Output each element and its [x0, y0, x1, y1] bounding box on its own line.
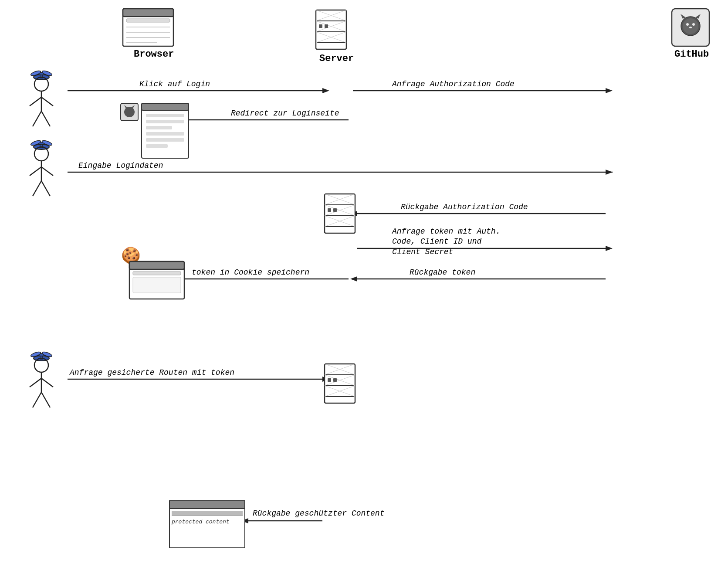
user-figure-2 [17, 137, 65, 209]
svg-rect-108 [325, 364, 355, 403]
svg-rect-89 [146, 132, 184, 136]
svg-line-67 [33, 181, 41, 196]
label-redirect: Redirect zur Loginseite [231, 109, 339, 118]
label-anfrage-auth-code: Anfrage Authorization Code [392, 80, 515, 88]
label-anfrage-routen: Anfrage gesicherte Routen mit token [70, 368, 234, 377]
server-label: Server [319, 53, 354, 64]
github-login-mockup [120, 102, 190, 159]
browser-with-cookie [129, 261, 185, 302]
svg-line-55 [41, 97, 53, 106]
svg-point-43 [683, 18, 698, 34]
label-token-cookie: token in Cookie speichern [192, 268, 309, 277]
server-icon-bottom [322, 362, 357, 407]
svg-line-65 [30, 167, 41, 176]
svg-rect-37 [319, 24, 322, 28]
user-figure-1 [17, 68, 65, 139]
svg-marker-13 [350, 276, 357, 282]
svg-line-57 [41, 111, 50, 126]
svg-line-66 [41, 167, 53, 176]
svg-marker-7 [606, 170, 613, 175]
svg-line-54 [30, 97, 41, 106]
diagram: Browser Server [0, 0, 728, 567]
label-rueckgabe-token-gh: Rückgabe token [410, 268, 475, 277]
svg-rect-92 [325, 194, 355, 233]
label-anfrage-token: Anfrage token mit Auth. Code, Client ID … [392, 227, 514, 257]
svg-rect-118 [328, 378, 331, 382]
svg-rect-38 [325, 24, 328, 28]
svg-rect-22 [126, 19, 170, 22]
svg-rect-91 [146, 144, 168, 148]
svg-point-45 [692, 23, 695, 26]
user-figure-3 [17, 349, 65, 421]
browser-label: Browser [134, 49, 174, 60]
svg-rect-27 [316, 10, 346, 49]
svg-rect-102 [328, 208, 331, 212]
svg-rect-21 [123, 9, 173, 17]
svg-line-76 [30, 378, 41, 387]
label-rueckgabe-content: Rückgabe geschützter Content [253, 509, 384, 518]
svg-rect-103 [333, 208, 337, 212]
server-icon-mid [322, 192, 357, 238]
svg-rect-107 [133, 277, 181, 293]
svg-rect-86 [146, 114, 184, 117]
label-eingabe: Eingabe Logindaten [78, 161, 163, 170]
label-rueckgabe-auth-code: Rückgabe Authorization Code [401, 203, 528, 211]
server-icon-top [314, 8, 349, 54]
svg-rect-84 [142, 103, 189, 158]
github-icon-top [671, 8, 710, 49]
svg-line-78 [33, 392, 41, 407]
svg-point-46 [689, 27, 692, 28]
label-klick-login: Klick auf Login [139, 80, 210, 88]
svg-rect-87 [146, 120, 184, 123]
svg-line-56 [33, 111, 41, 126]
browser-icon-top [122, 8, 174, 49]
protected-content-label: protected content [172, 519, 243, 525]
svg-rect-119 [333, 378, 337, 382]
svg-rect-106 [133, 272, 181, 275]
svg-point-44 [686, 23, 689, 26]
svg-rect-90 [146, 138, 184, 142]
github-label: GitHub [674, 49, 709, 60]
svg-marker-11 [606, 246, 613, 251]
svg-marker-3 [606, 88, 613, 93]
svg-line-79 [41, 392, 50, 407]
svg-line-77 [41, 378, 53, 387]
svg-marker-1 [322, 88, 329, 93]
svg-rect-88 [146, 126, 172, 129]
protected-content-box: protected content [169, 500, 245, 548]
sequence-arrows [0, 0, 728, 567]
svg-rect-85 [142, 103, 189, 110]
svg-line-68 [41, 181, 50, 196]
svg-point-81 [124, 107, 135, 117]
svg-rect-105 [129, 261, 184, 269]
